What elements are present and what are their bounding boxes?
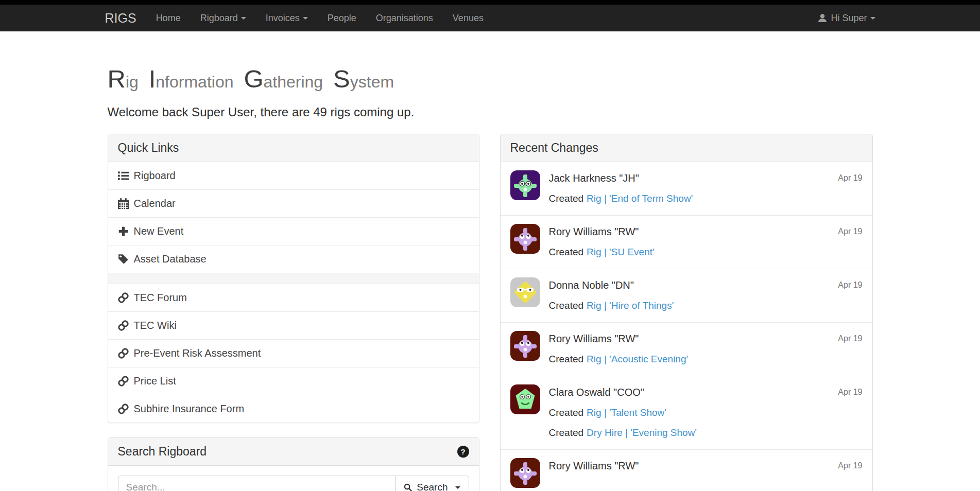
main-navbar: RIGS Home Rigboard Invoices People Organ… [0,5,980,31]
list-icon [118,170,129,181]
change-date: Apr 19 [838,388,862,397]
user-avatar [510,384,540,414]
quick-links-separator [108,273,479,284]
tag-icon [118,254,129,265]
welcome-message: Welcome back Super User, there are 49 ri… [108,105,873,119]
quick-links-panel: Quick Links Rigboard Calendar New Event [108,134,479,423]
calendar-icon [118,198,129,209]
user-avatar [510,458,540,488]
person-name: Donna Noble "DN" [549,279,634,291]
plus-icon [118,226,129,237]
change-action: CreatedRig | 'Acoustic Evening' [549,354,863,365]
recent-changes-header: Recent Changes [501,134,872,162]
recent-change-item: Jack Harkness "JH" Apr 19 CreatedRig | '… [501,162,872,216]
user-avatar [510,170,540,200]
user-menu-label: Hi Super [831,13,867,24]
chevron-down-icon [455,486,460,489]
help-icon[interactable]: ? [457,446,469,458]
person-name: Jack Harkness "JH" [549,172,639,184]
page-title: Rig Information Gathering System [108,66,873,92]
search-rigboard-panel: Search Rigboard ? Search [108,437,479,491]
search-rigboard-header: Search Rigboard ? [108,438,479,466]
chevron-down-icon [870,17,875,20]
recent-change-item: Clara Oswald "COO" Apr 19 CreatedRig | '… [501,376,872,450]
nav-item-invoices[interactable]: Invoices [256,5,318,31]
change-link[interactable]: Rig | 'End of Term Show' [587,193,693,204]
person-name: Rory Williams "RW" [549,333,639,345]
user-avatar [510,331,540,361]
recent-changes-panel: Recent Changes [500,134,873,491]
recent-change-item: Rory Williams "RW" Apr 19 [501,450,872,491]
link-icon [118,376,129,387]
change-action: CreatedDry Hire | 'Evening Show' [549,427,863,439]
chevron-down-icon [241,17,246,20]
change-action: CreatedRig | 'SU Event' [549,247,863,258]
change-link[interactable]: Rig | 'SU Event' [587,247,655,257]
recent-changes-title: Recent Changes [510,141,598,155]
user-icon [818,13,827,23]
link-icon [118,320,129,331]
person-name: Rory Williams "RW" [549,460,639,472]
change-link[interactable]: Rig | 'Hire of Things' [587,300,674,311]
nav-item-home[interactable]: Home [146,5,191,31]
recent-change-item: Rory Williams "RW" Apr 19 CreatedRig | '… [501,216,872,269]
nav-item-organisations[interactable]: Organisations [366,5,443,31]
quick-link-calendar[interactable]: Calendar [108,190,479,218]
search-input[interactable] [118,476,396,491]
change-date: Apr 19 [838,334,862,343]
brand-rigs[interactable]: RIGS [105,11,146,26]
change-link[interactable]: Rig | 'Acoustic Evening' [587,354,688,364]
change-action: CreatedRig | 'End of Term Show' [549,193,863,204]
quick-link-new-event[interactable]: New Event [108,218,479,246]
quick-link-rigboard[interactable]: Rigboard [108,162,479,190]
user-avatar [510,277,540,307]
quick-links-list: Rigboard Calendar New Event Asset Databa… [108,162,479,423]
search-rigboard-title: Search Rigboard [118,444,207,459]
person-name: Rory Williams "RW" [549,226,639,238]
top-strip [0,0,980,5]
change-action: CreatedRig | 'Hire of Things' [549,300,863,311]
quick-link-subhire-insurance[interactable]: Subhire Insurance Form [108,395,479,423]
link-icon [118,404,129,414]
user-avatar [510,224,540,254]
nav-item-venues[interactable]: Venues [443,5,493,31]
search-button[interactable]: Search [396,476,469,491]
quick-link-asset-database[interactable]: Asset Database [108,246,479,273]
change-date: Apr 19 [838,461,862,470]
person-name: Clara Oswald "COO" [549,387,644,398]
chevron-down-icon [303,17,308,20]
recent-change-item: Donna Noble "DN" Apr 19 CreatedRig | 'Hi… [501,269,872,323]
quick-link-tec-wiki[interactable]: TEC Wiki [108,312,479,340]
change-link[interactable]: Rig | 'Talent Show' [587,407,666,418]
change-link[interactable]: Dry Hire | 'Evening Show' [587,427,697,438]
change-date: Apr 19 [838,173,862,183]
change-action: CreatedRig | 'Talent Show' [549,407,863,418]
recent-change-item: Rory Williams "RW" Apr 19 CreatedRig | '… [501,323,872,376]
nav-item-people[interactable]: People [318,5,366,31]
user-menu[interactable]: Hi Super [818,13,875,24]
link-icon [118,348,129,359]
nav-item-rigboard[interactable]: Rigboard [191,5,256,31]
search-icon [404,483,412,491]
quick-links-title: Quick Links [118,141,179,155]
quick-link-tec-forum[interactable]: TEC Forum [108,284,479,312]
quick-links-header: Quick Links [108,134,479,162]
quick-link-risk-assessment[interactable]: Pre-Event Risk Assessment [108,340,479,367]
change-date: Apr 19 [838,280,862,290]
link-icon [118,292,129,303]
quick-link-price-list[interactable]: Price List [108,367,479,395]
change-date: Apr 19 [838,227,862,236]
